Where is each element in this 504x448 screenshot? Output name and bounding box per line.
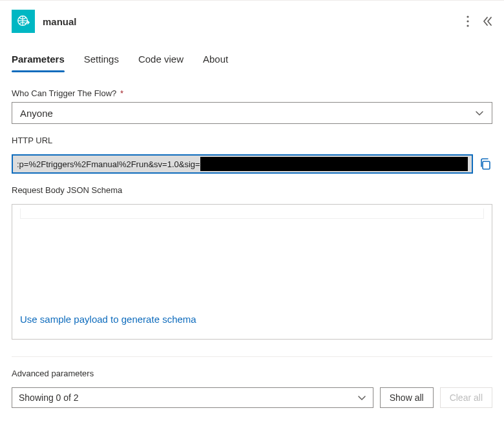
schema-inner-border — [20, 209, 484, 219]
tab-about[interactable]: About — [203, 48, 228, 72]
svg-point-1 — [467, 15, 468, 17]
svg-point-2 — [467, 20, 468, 22]
section-divider — [12, 356, 492, 357]
svg-rect-4 — [483, 161, 490, 169]
trigger-label-text: Who Can Trigger The Flow? — [12, 88, 116, 98]
svg-point-3 — [467, 25, 468, 26]
required-marker: * — [120, 88, 123, 98]
tab-bar: Parameters Settings Code view About — [0, 42, 504, 73]
http-url-redacted — [200, 157, 468, 171]
tab-parameters[interactable]: Parameters — [12, 48, 65, 72]
advanced-dropdown-value: Showing 0 of 2 — [19, 392, 79, 403]
trigger-select[interactable]: Anyone — [12, 102, 492, 124]
http-url-visible-text: :p=%2Ftriggers%2Fmanual%2Frun&sv=1.0&sig… — [17, 159, 200, 169]
chevron-double-left-icon — [482, 16, 492, 26]
advanced-params-dropdown[interactable]: Showing 0 of 2 — [12, 387, 373, 408]
chevron-down-icon — [475, 108, 484, 117]
advanced-label: Advanced parameters — [12, 369, 492, 378]
connector-icon — [12, 10, 35, 33]
more-menu-button[interactable] — [467, 15, 469, 27]
trigger-label: Who Can Trigger The Flow? * — [12, 88, 492, 98]
copy-url-button[interactable] — [478, 157, 492, 171]
copy-icon — [479, 158, 492, 170]
schema-textarea[interactable]: Use sample payload to generate schema — [12, 204, 492, 340]
globe-request-icon — [16, 14, 30, 28]
http-url-field[interactable]: :p=%2Ftriggers%2Fmanual%2Frun&sv=1.0&sig… — [12, 154, 473, 174]
schema-label: Request Body JSON Schema — [12, 185, 492, 195]
collapse-panel-button[interactable] — [482, 16, 492, 26]
http-url-label: HTTP URL — [12, 136, 492, 145]
tab-code-view[interactable]: Code view — [138, 48, 184, 72]
clear-all-button: Clear all — [440, 387, 492, 408]
panel-header: manual — [0, 1, 504, 42]
show-all-button[interactable]: Show all — [380, 387, 434, 408]
use-sample-payload-link[interactable]: Use sample payload to generate schema — [20, 314, 196, 325]
trigger-select-value: Anyone — [20, 108, 53, 119]
chevron-down-icon — [357, 393, 366, 402]
tab-settings[interactable]: Settings — [84, 48, 119, 72]
more-vertical-icon — [467, 15, 469, 27]
panel-title: manual — [43, 16, 459, 27]
